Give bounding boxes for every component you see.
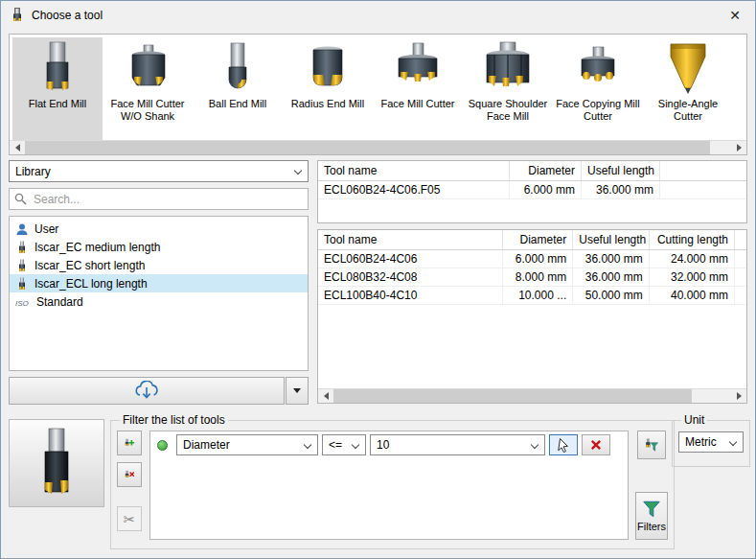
cell-diameter: 6.000 mm xyxy=(503,250,573,268)
table-header: Tool name Diameter Useful length xyxy=(318,161,746,181)
cloud-download-icon xyxy=(132,381,161,402)
tool-type-face-mill-wo-shank[interactable]: Face Mill Cutter W/O Shank xyxy=(103,37,193,140)
table-scrollbar[interactable] xyxy=(318,388,746,403)
library-tools-table: Tool name Diameter Useful length Cutting… xyxy=(317,229,747,404)
filter-value-input[interactable] xyxy=(371,438,544,452)
filter-field-select[interactable]: Diameter xyxy=(176,434,318,455)
filter-value-combo xyxy=(370,434,545,455)
tree-item-label: User xyxy=(34,222,58,236)
column-header-cutting-length[interactable]: Cutting length xyxy=(650,230,735,249)
cell-filler xyxy=(735,287,746,304)
cell-filler xyxy=(735,250,746,268)
filter-list: Diameter <= xyxy=(149,431,629,540)
filter-group: Filter the list of tools ✂ Diameter xyxy=(110,413,675,549)
tree-item-iscar-ecl-long[interactable]: Iscar_ECL long length xyxy=(10,274,308,292)
tool-type-single-angle-cutter[interactable]: Single-Angle Cutter xyxy=(643,37,733,140)
tool-type-label: Square Shoulder Face Mill xyxy=(463,98,553,123)
filter-active-led-icon xyxy=(157,440,168,451)
close-icon[interactable]: ✕ xyxy=(724,5,745,26)
scroll-right-icon[interactable] xyxy=(731,389,746,403)
column-header-tool-name[interactable]: Tool name xyxy=(318,230,503,249)
cell-cutting-length: 40.000 mm xyxy=(650,287,735,304)
column-header-diameter[interactable]: Diameter xyxy=(510,161,582,180)
cell-cutting-length: 24.000 mm xyxy=(650,250,735,268)
add-filter-button[interactable] xyxy=(117,431,142,455)
cell-diameter: 6.000 mm xyxy=(510,181,582,198)
column-header-useful-length[interactable]: Useful length xyxy=(582,161,660,180)
tree-item-iscar-ec-short[interactable]: Iscar_EC short length xyxy=(10,256,308,274)
tool-type-flat-end-mill[interactable]: Flat End Mill xyxy=(12,37,103,140)
remove-filter-button[interactable] xyxy=(117,462,142,487)
tool-type-label: Face Copying Mill Cutter xyxy=(553,98,643,123)
cell-diameter: 10.000 ... xyxy=(503,287,573,304)
pick-value-button[interactable] xyxy=(549,434,578,455)
tool-type-face-mill-cutter[interactable]: Face Mill Cutter xyxy=(373,37,463,140)
funnel-icon xyxy=(642,500,661,519)
search-input[interactable] xyxy=(32,192,303,207)
tree-item-iscar-ec-medium[interactable]: Iscar_EC medium length xyxy=(10,238,308,256)
library-tree: User Iscar_EC medium length Iscar_EC sho… xyxy=(9,216,309,371)
table-row[interactable]: ECL080B32-4C08 8.000 mm 36.000 mm 32.000… xyxy=(318,268,746,287)
tool-type-list: Flat End Mill Face Mill Cutter W/O Shank… xyxy=(10,35,746,140)
cell-diameter: 8.000 mm xyxy=(503,268,573,286)
table-row[interactable]: ECL060B24-4C06.F05 6.000 mm 36.000 mm xyxy=(318,181,746,199)
library-select[interactable]: Library xyxy=(9,160,309,182)
tool-strip-scrollbar[interactable] xyxy=(10,140,746,154)
tool-type-square-shoulder-face-mill[interactable]: Square Shoulder Face Mill xyxy=(463,37,553,140)
tool-type-strip: Flat End Mill Face Mill Cutter W/O Shank… xyxy=(9,34,747,155)
apply-tool-filter-button[interactable] xyxy=(637,431,666,459)
table-empty-area xyxy=(318,305,746,388)
chevron-down-icon xyxy=(304,441,311,449)
tool-icon xyxy=(15,241,29,254)
unit-select[interactable]: Metric xyxy=(678,431,744,453)
cell-useful-length: 36.000 mm xyxy=(582,181,660,198)
tree-item-user[interactable]: User xyxy=(10,220,308,238)
table-header: Tool name Diameter Useful length Cutting… xyxy=(318,230,746,250)
column-header-useful-length[interactable]: Useful length xyxy=(573,230,650,249)
filters-button[interactable]: Filters xyxy=(635,492,668,540)
filter-right-buttons: Filters xyxy=(635,431,668,540)
tool-type-radius-end-mill[interactable]: Radius End Mill xyxy=(283,37,373,140)
cell-filler xyxy=(660,181,746,198)
tool-type-label: Single-Angle Cutter xyxy=(643,98,733,123)
download-row xyxy=(9,377,309,405)
filter-field-value: Diameter xyxy=(183,438,230,452)
filter-operator-select[interactable]: <= xyxy=(322,434,366,455)
flat-end-mill-icon xyxy=(14,40,101,95)
remove-filter-icon xyxy=(124,465,135,484)
filter-group-title: Filter the list of tools xyxy=(120,413,228,427)
tree-item-standard[interactable]: ISO Standard xyxy=(10,292,308,311)
library-select-value: Library xyxy=(15,165,51,178)
scroll-left-icon[interactable] xyxy=(10,141,25,154)
download-library-button[interactable] xyxy=(9,377,285,405)
delete-filter-button[interactable] xyxy=(582,434,610,455)
filters-button-label: Filters xyxy=(637,521,666,532)
scrollbar-thumb[interactable] xyxy=(25,141,710,154)
ball-end-mill-icon xyxy=(195,40,281,95)
tool-type-ball-end-mill[interactable]: Ball End Mill xyxy=(193,37,283,140)
scrollbar-thumb[interactable] xyxy=(333,389,692,403)
scrollbar-track[interactable] xyxy=(25,141,731,154)
square-shoulder-face-mill-icon xyxy=(465,40,551,95)
cell-tool-name: ECL080B32-4C08 xyxy=(318,268,503,286)
table-row[interactable]: ECL100B40-4C10 10.000 ... 50.000 mm 40.0… xyxy=(318,287,746,305)
download-dropdown-button[interactable] xyxy=(286,377,309,405)
scrollbar-track[interactable] xyxy=(333,389,731,403)
cell-tool-name: ECL100B40-4C10 xyxy=(318,287,503,304)
tool-filter-icon xyxy=(644,434,659,455)
red-x-icon xyxy=(589,438,603,452)
cell-tool-name: ECL060B24-4C06.F05 xyxy=(318,181,510,198)
scroll-right-icon[interactable] xyxy=(731,141,746,154)
filter-operator-value: <= xyxy=(329,438,342,452)
search-icon xyxy=(14,193,27,205)
filter-buttons: ✂ xyxy=(117,431,143,540)
scroll-left-icon[interactable] xyxy=(318,389,333,403)
titlebar: Choose a tool ✕ xyxy=(1,1,755,30)
tool-type-label: Radius End Mill xyxy=(289,98,366,110)
column-header-filler xyxy=(660,161,746,180)
chevron-down-icon xyxy=(294,167,302,175)
column-header-tool-name[interactable]: Tool name xyxy=(318,161,510,180)
table-row[interactable]: ECL060B24-4C06 6.000 mm 36.000 mm 24.000… xyxy=(318,250,746,268)
column-header-diameter[interactable]: Diameter xyxy=(503,230,573,249)
tool-type-face-copying-mill-cutter[interactable]: Face Copying Mill Cutter xyxy=(553,37,643,140)
